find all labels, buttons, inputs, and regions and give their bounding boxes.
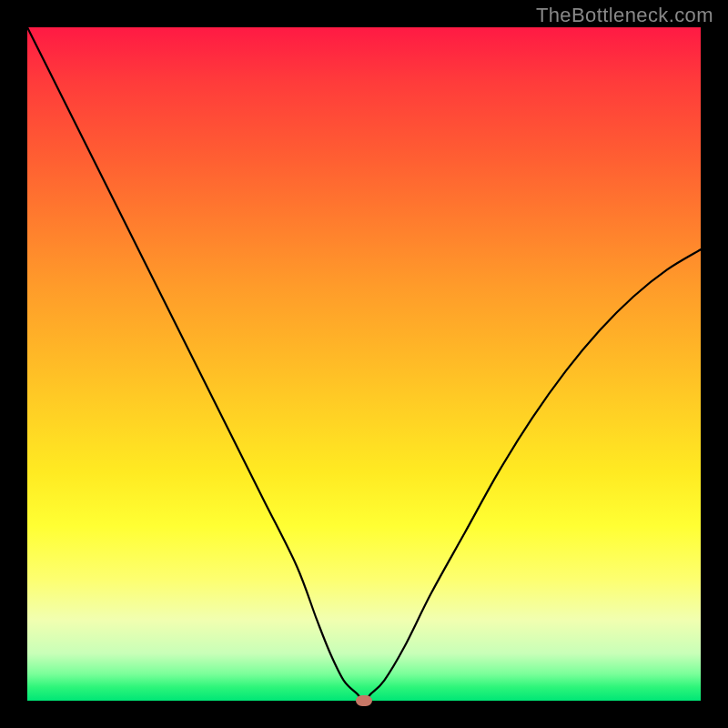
chart-frame: TheBottleneck.com [0,0,728,728]
bottleneck-curve [27,27,701,701]
optimum-marker [356,695,372,706]
plot-area [27,27,701,701]
watermark-label: TheBottleneck.com [536,4,713,27]
